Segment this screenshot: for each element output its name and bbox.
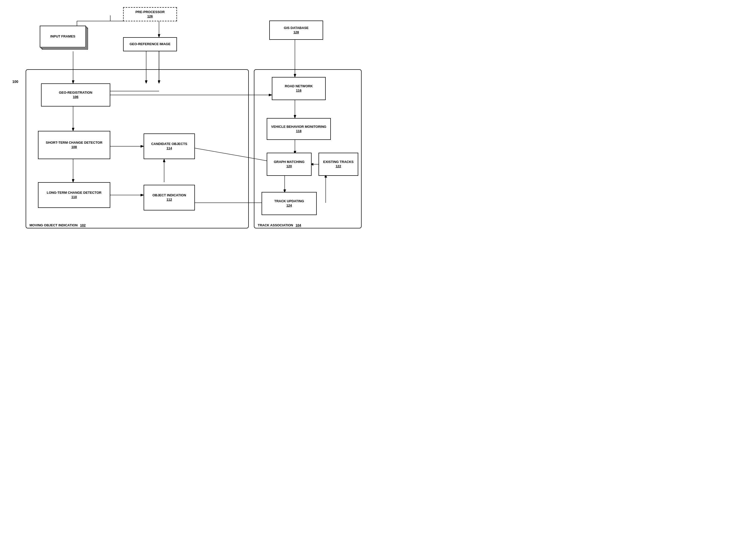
geo-registration-box: GEO-REGISTRATION 106: [41, 83, 110, 106]
gis-database-box: GIS DATABASE 128: [269, 21, 323, 40]
existing-tracks-box: EXISTING TRACKS 122: [319, 153, 358, 176]
track-association-label: TRACK ASSOCIATION 104: [258, 223, 301, 227]
graph-matching-box: GRAPH MATCHING 120: [267, 153, 312, 176]
geo-reference-box: GEO-REFERENCE IMAGE: [123, 37, 177, 51]
candidate-objects-box: CANDIDATE OBJECTS 114: [144, 133, 195, 159]
long-term-box: LONG-TERM CHANGE DETECTOR 110: [38, 182, 110, 208]
vehicle-behavior-box: VEHICLE BEHAVIOR MONITORING 118: [267, 118, 331, 140]
moving-object-label: MOVING OBJECT INDICATION 102: [29, 223, 86, 227]
pre-processor-box: PRE-PROCESSOR 126: [123, 7, 177, 21]
short-term-box: SHORT-TERM CHANGE DETECTOR 108: [38, 131, 110, 159]
object-indication-box: OBJECT INDICATION 112: [144, 185, 195, 210]
system-label: 100: [12, 80, 18, 84]
diagram: 100 PRE-PROCESSOR 126 INPUT FRAMES GEO-R…: [0, 0, 378, 276]
track-updating-box: TRACK UPDATING 124: [262, 192, 317, 215]
road-network-box: ROAD NETWORK 116: [272, 77, 326, 100]
input-frames-box: INPUT FRAMES: [40, 26, 86, 47]
